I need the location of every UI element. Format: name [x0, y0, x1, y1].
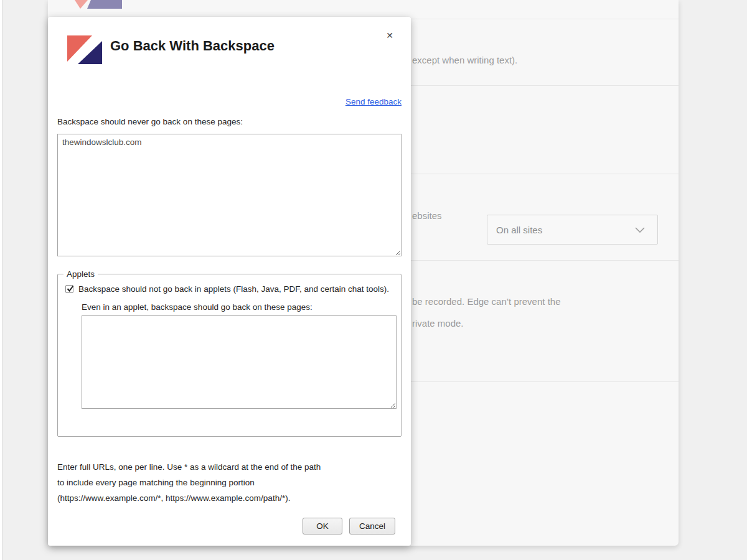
ok-button[interactable]: OK — [303, 518, 342, 534]
close-icon[interactable]: ✕ — [383, 29, 396, 42]
dialog-button-row: OK Cancel — [303, 518, 395, 534]
inprivate-text-fragment-line2: rivate mode. — [412, 318, 464, 329]
applets-checkbox-label: Backspace should not go back in applets … — [78, 284, 389, 294]
dialog-title: Go Back With Backspace — [110, 38, 275, 54]
applet-pages-label: Even in an applet, backspace should go b… — [82, 302, 401, 312]
chevron-down-icon — [635, 227, 645, 233]
faded-app-logo-icon — [75, 0, 122, 9]
checkmark-icon — [66, 284, 75, 293]
never-go-back-label: Backspace should never go back on these … — [57, 117, 243, 126]
applets-checkbox-row: Backspace should not go back in applets … — [58, 274, 401, 296]
go-back-with-backspace-dialog: ✕ Go Back With Backspace Send feedback B… — [48, 17, 411, 546]
applets-checkbox[interactable] — [65, 285, 73, 293]
applets-fieldset: Applets Backspace should not go back in … — [57, 274, 402, 437]
inprivate-text-fragment-line1: be recorded. Edge can’t prevent the — [412, 296, 561, 307]
window-left-edge — [0, 0, 2, 560]
permissions-text-fragment: except when writing text). — [412, 55, 517, 65]
never-go-back-textarea[interactable]: thewindowslclub.com — [57, 134, 402, 256]
site-access-dropdown[interactable]: On all sites — [487, 215, 658, 245]
sites-label-fragment: ebsites — [412, 210, 442, 221]
send-feedback-link[interactable]: Send feedback — [345, 97, 402, 106]
applet-pages-textarea[interactable] — [82, 315, 397, 409]
app-logo-icon — [67, 35, 102, 64]
cancel-button[interactable]: Cancel — [349, 518, 395, 534]
site-access-dropdown-value: On all sites — [496, 225, 542, 235]
applets-legend: Applets — [63, 269, 98, 279]
wildcard-help-text: Enter full URLs, one per line. Use * as … — [57, 459, 403, 506]
